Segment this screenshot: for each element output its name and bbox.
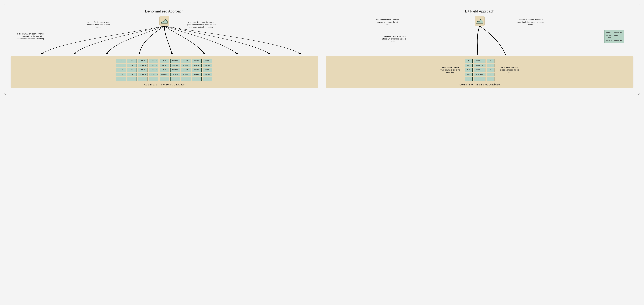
cell: ... (160, 77, 169, 81)
cell: NORMAL (170, 64, 180, 67)
diagram-container: Denormalized Approach A query for the cu… (4, 4, 640, 95)
cell: LOCKED (149, 59, 158, 63)
cell: t-2 (116, 68, 126, 72)
cell: AUTO (160, 68, 169, 72)
cell: 00001101 (474, 64, 486, 67)
cell: LOCKED (149, 64, 158, 67)
cell: ON (127, 59, 137, 63)
note-sparse-columns: If the columns are sparse, there is no w… (17, 33, 45, 40)
cell: v1 (487, 73, 494, 76)
db-denormalized: t t-1 t-2 t-3 ... ON ON ON ON ... OPEN C… (10, 56, 318, 88)
cell: ... (192, 77, 202, 81)
col-time: t t-1 t-2 t-3 ... (465, 59, 472, 81)
cell: NORMAL (181, 59, 191, 63)
col-bitfield: 00001111 00001101 00001111 01010001 ... (474, 59, 486, 81)
cell: NORMAL (203, 68, 212, 72)
note-use-mask: The server or client can use a mask if o… (516, 18, 545, 26)
panel-bitfield: Bit Field Approach The client or server … (326, 9, 634, 88)
query-icon-box (159, 16, 169, 26)
col-normal-3: NORMAL NORMAL NORMAL ALARM ... (192, 59, 202, 81)
cell: ON (127, 64, 137, 67)
cell: v1 (487, 68, 494, 72)
title-bitfield: Bit Field Approach (326, 9, 634, 13)
cell: OPEN (138, 59, 148, 63)
cell: OPEN (138, 68, 148, 72)
db-bitfield: The bit field requires far fewer colums … (326, 56, 634, 88)
cell: v1 (487, 64, 494, 67)
cell: ALARM (170, 73, 180, 76)
cell: NORMAL (181, 68, 191, 72)
note-impossible-atomic: It is impossile to read the current glob… (186, 21, 217, 28)
cell: NORMAL (181, 64, 191, 67)
col-locked: LOCKED LOCKED LOCKED UNLOCKED ... (149, 59, 158, 81)
area-chart-icon (476, 18, 483, 24)
cell: t-3 (116, 73, 126, 76)
cell: LOCKED (149, 68, 158, 72)
cell: NORMAL (203, 73, 212, 76)
cell: NORMAL (192, 68, 202, 72)
db-caption-denormalized: Columnar or Time-Series Database (13, 83, 316, 86)
cell: AUTO (160, 64, 169, 67)
cell: ALARM (192, 73, 202, 76)
note-atomic-read: The global state can be read atomically … (381, 35, 407, 43)
note-fewer-columns: The bit field requires far fewer colums … (439, 66, 461, 74)
col-normal-1: NORMAL NORMAL NORMAL ALARM ... (170, 59, 180, 81)
cell: ... (116, 77, 126, 81)
columns-denormalized: t t-1 t-2 t-3 ... ON ON ON ON ... OPEN C… (13, 59, 316, 81)
cell: ... (138, 77, 148, 81)
cell: ON (127, 68, 137, 72)
note-query-amplifies: A query for the current state amplifies … (84, 21, 113, 28)
cell: ... (203, 77, 212, 81)
stage-denormalized: A query for the current state amplifies … (10, 16, 318, 54)
cell: 00001111 (474, 68, 486, 72)
note-interpret-bitfield: The client or server uses the schema to … (375, 18, 400, 26)
cell: CLOSED (138, 64, 148, 67)
columns-bitfield-row: The bit field requires far fewer colums … (328, 59, 631, 81)
area-chart-icon (161, 18, 168, 24)
cell: AUTO (160, 59, 169, 63)
cell: NORMAL (170, 68, 180, 72)
col-time: t t-1 t-2 t-3 ... (116, 59, 126, 81)
cell: ... (149, 77, 158, 81)
cell: ... (474, 77, 486, 81)
db-caption-bitfield: Columnar or Time-Series Database (328, 83, 631, 86)
cell: ON (127, 73, 137, 76)
cell: ... (465, 77, 472, 81)
cell: 00001111 (474, 59, 486, 63)
col-on: ON ON ON ON ... (127, 59, 137, 81)
cell: t-3 (465, 73, 472, 76)
cell: t (465, 59, 472, 63)
cell: t-2 (465, 68, 472, 72)
col-normal-2: NORMAL NORMAL NORMAL NORMAL ... (181, 59, 191, 81)
col-normal-4: NORMAL NORMAL NORMAL NORMAL ... (203, 59, 212, 81)
note-schema-version: The schema version is stored alongside t… (498, 66, 520, 74)
cell: t (116, 59, 126, 63)
cell: NORMAL (192, 59, 202, 63)
col-version: v1 v1 v1 v1 ... (487, 59, 494, 81)
cell: NORMAL (192, 64, 202, 67)
cell: ... (170, 77, 180, 81)
cell: ... (181, 77, 191, 81)
cell: ... (487, 77, 494, 81)
cell: NORMAL (181, 73, 191, 76)
cell: MANUAL (160, 73, 169, 76)
title-denormalized: Denormalized Approach (10, 9, 318, 13)
col-auto: AUTO AUTO AUTO MANUAL ... (160, 59, 169, 81)
cell: NORMAL (170, 59, 180, 63)
panel-denormalized: Denormalized Approach A query for the cu… (10, 9, 318, 88)
cell: UNLOCKED (149, 73, 158, 76)
cell: ... (127, 77, 137, 81)
cell: CLOSED (138, 73, 148, 76)
stage-bitfield: The client or server uses the schema to … (326, 16, 634, 54)
cell: t-1 (465, 64, 472, 67)
cell: t-1 (116, 64, 126, 67)
cell: v1 (487, 59, 494, 63)
cell: NORMAL (203, 64, 212, 67)
cell: NORMAL (203, 59, 212, 63)
mask-computation-box: Mask: 00000100 Value: 00001111 - AND ---… (604, 30, 624, 43)
col-open: OPEN CLOSED OPEN CLOSED ... (138, 59, 148, 81)
cell: 01010001 (474, 73, 486, 76)
client-icon-box (475, 16, 485, 26)
